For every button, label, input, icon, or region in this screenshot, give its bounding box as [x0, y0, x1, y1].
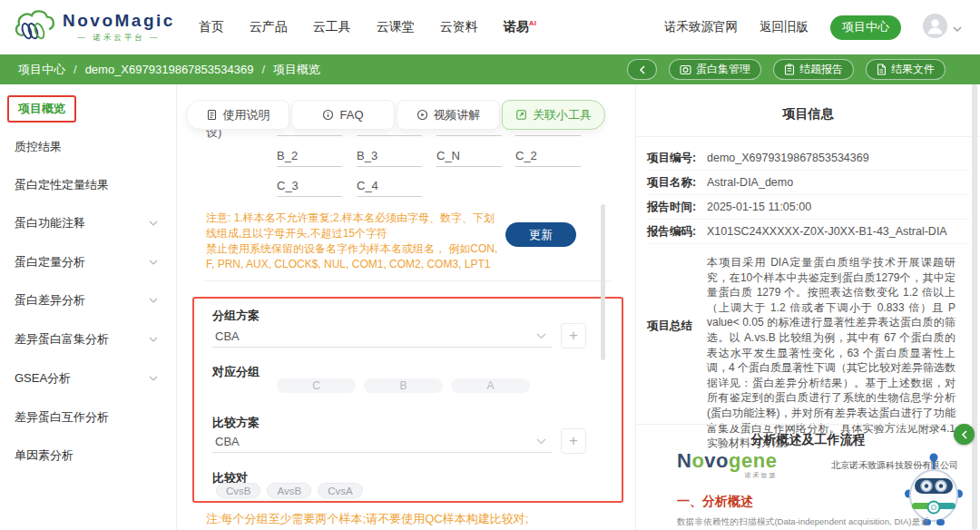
file-icon — [877, 64, 887, 75]
nav-home[interactable]: 首页 — [199, 19, 224, 35]
sidebar-item-protein-qual-quant[interactable]: 蛋白定性定量结果 — [15, 177, 158, 193]
compare-pair-chip[interactable]: AvsB — [267, 483, 311, 498]
sidebar-item-label: 蛋白功能注释 — [15, 215, 85, 231]
group-chip[interactable]: B — [364, 378, 443, 393]
sidebar-item-gsea-analysis[interactable]: GSEA分析 — [15, 370, 158, 387]
nav-nuoyi-ai[interactable]: 诺易AI — [504, 19, 536, 35]
tab-usage-guide[interactable]: 使用说明 — [186, 100, 289, 130]
chevron-down-icon — [149, 376, 158, 381]
user-menu[interactable] — [923, 14, 962, 41]
nav-cloud-resources[interactable]: 云资料 — [440, 19, 478, 35]
sidebar-item-diff-protein-ppi[interactable]: 差异蛋白互作分析 — [15, 409, 158, 426]
chevron-down-icon — [149, 298, 158, 303]
main-scrollbar-thumb[interactable] — [601, 204, 605, 360]
page-scrollbar[interactable] — [972, 84, 977, 530]
report-icon — [784, 64, 795, 75]
analysis-overview-heading: 一、分析概述 — [677, 494, 753, 510]
report-time-row: 报告时间: 2025-01-15 11:05:00 — [647, 195, 970, 220]
breadcrumb-project-id[interactable]: demo_X6979319867853534369 — [85, 63, 254, 76]
project-info-panel: 项目信息 项目编号: demo_X6979319867853534369 项目名… — [635, 84, 980, 530]
sidebar-item-protein-diff-analysis[interactable]: 蛋白差异分析 — [15, 292, 158, 309]
novogene-wordmark: Novogene — [677, 451, 777, 471]
left-sidebar: 项目概览 质控结果 蛋白定性定量结果 蛋白功能注释 蛋白定量分析 蛋白差异分析 … — [0, 84, 177, 530]
project-id-row: 项目编号: demo_X6979319867853534369 — [647, 146, 970, 171]
analysis-overview-body: 数据非依赖性的扫描模式(Data-independent acquisition… — [677, 515, 929, 530]
compare-scheme-value: CBA — [215, 435, 240, 448]
help-tabbar: 使用说明 FAQ 视频讲解 关联小工具 — [186, 100, 605, 130]
add-compare-scheme-button[interactable]: + — [561, 428, 586, 454]
avatar[interactable] — [923, 14, 947, 41]
sample-name-input[interactable]: C_N — [436, 149, 502, 167]
official-site-link[interactable]: 诺禾致源官网 — [664, 19, 738, 35]
group-scheme-value: CBA — [215, 329, 240, 343]
group-scheme-select[interactable]: CBA — [212, 326, 552, 348]
protein-set-icon — [680, 64, 691, 75]
collapse-back-button[interactable] — [627, 59, 657, 80]
breadcrumb-project-center[interactable]: 项目中心 — [18, 62, 65, 78]
sample-name-input[interactable]: C_2 — [515, 149, 581, 167]
active-highlight-box: 项目概览 — [7, 95, 76, 123]
chevron-down-icon — [536, 438, 546, 445]
protein-set-manage-button[interactable]: 蛋白集管理 — [669, 59, 761, 80]
header-right: 诺禾致源官网 返回旧版 项目中心 — [664, 14, 980, 41]
project-summary-label: 项目总结 — [647, 319, 692, 334]
compare-scheme-select[interactable]: CBA — [212, 431, 552, 453]
sample-name-input[interactable]: B_2 — [277, 149, 342, 167]
sample-name-input[interactable]: B_3 — [357, 149, 422, 167]
novogene-logo: Novogene 诺禾致源 — [677, 451, 777, 478]
chevron-down-icon — [149, 260, 158, 265]
logo-letter: gene — [729, 449, 777, 472]
novomagic-logo[interactable]: NovoMagic — 诺禾云平台 — — [13, 7, 175, 47]
chevron-down-icon — [953, 21, 962, 34]
field-label: 项目名称: — [647, 175, 707, 191]
tab-related-tools[interactable]: 关联小工具 — [502, 100, 605, 130]
tab-faq[interactable]: FAQ — [291, 100, 395, 130]
sidebar-item-single-factor-analysis[interactable]: 单因素分析 — [15, 447, 158, 464]
nav-cloud-products[interactable]: 云产品 — [250, 19, 288, 35]
breadcrumb-bar: 项目中心 / demo_X6979319867853534369 / 项目概览 … — [0, 54, 980, 84]
compare-pair-chip[interactable]: CvsB — [216, 483, 260, 498]
play-circle-icon — [416, 109, 428, 121]
compare-pair-chips: CvsB AvsB CvsA — [216, 483, 363, 498]
nav-cloud-tools[interactable]: 云工具 — [313, 19, 351, 35]
notice-line-2: 禁止使用系统保留的设备名字作为样本名或组名， 例如CON, F, PRN, AU… — [206, 241, 500, 272]
sample-name-input[interactable]: C_4 — [357, 179, 422, 197]
field-label: 项目编号: — [647, 151, 707, 166]
panel-collapse-button[interactable] — [954, 424, 975, 445]
brand-tagline: — 诺禾云平台 — — [63, 33, 175, 44]
field-label: 报告编码: — [647, 224, 707, 240]
add-group-scheme-button[interactable]: + — [561, 323, 586, 348]
project-summary-text: 本项目采用 DIA定量蛋白质组学技术开展课题研究，在10个样本中共鉴定到蛋白质1… — [707, 255, 956, 451]
sidebar-item-diff-protein-enrichment[interactable]: 差异蛋白富集分析 — [15, 331, 158, 348]
update-button[interactable]: 更新 — [505, 222, 576, 247]
final-report-label: 结题报告 — [799, 62, 843, 77]
group-chip[interactable]: A — [451, 378, 530, 393]
result-files-button[interactable]: 结果文件 — [866, 59, 946, 80]
final-report-button[interactable]: 结题报告 — [773, 59, 854, 80]
tab-label: 使用说明 — [223, 107, 270, 123]
sample-name-input[interactable]: C_3 — [277, 179, 342, 197]
tab-video-tutorial[interactable]: 视频讲解 — [397, 100, 500, 130]
back-to-old-version-link[interactable]: 返回旧版 — [760, 19, 808, 35]
result-files-label: 结果文件 — [891, 62, 935, 77]
compare-pair-chip[interactable]: CvsA — [318, 483, 362, 498]
logo-text: NovoMagic — 诺禾云平台 — — [63, 11, 175, 44]
widget-link-icon — [515, 109, 527, 121]
field-value: Astral-DIA_demo — [707, 176, 793, 189]
brand-name: NovoMagic — [63, 11, 175, 31]
sidebar-item-qc-results[interactable]: 质控结果 — [15, 139, 158, 155]
sidebar-item-protein-quant-analysis[interactable]: 蛋白定量分析 — [15, 254, 158, 270]
divider — [636, 136, 980, 137]
sidebar-item-protein-function-annotation[interactable]: 蛋白功能注释 — [15, 215, 158, 231]
divider — [204, 280, 611, 281]
nav-nuoyi-label: 诺易 — [504, 19, 529, 34]
group-chip[interactable]: C — [277, 378, 356, 393]
cloud-logo-icon — [13, 7, 56, 47]
nav-cloud-classroom[interactable]: 云课堂 — [377, 19, 415, 35]
sidebar-item-project-overview[interactable]: 项目概览 — [7, 95, 76, 123]
sidebar-item-label: 蛋白定量分析 — [15, 254, 85, 270]
sidebar-item-label: 蛋白定性定量结果 — [15, 177, 109, 193]
chevron-down-icon — [149, 221, 158, 226]
project-info-title: 项目信息 — [636, 106, 980, 123]
project-center-button[interactable]: 项目中心 — [830, 15, 901, 40]
